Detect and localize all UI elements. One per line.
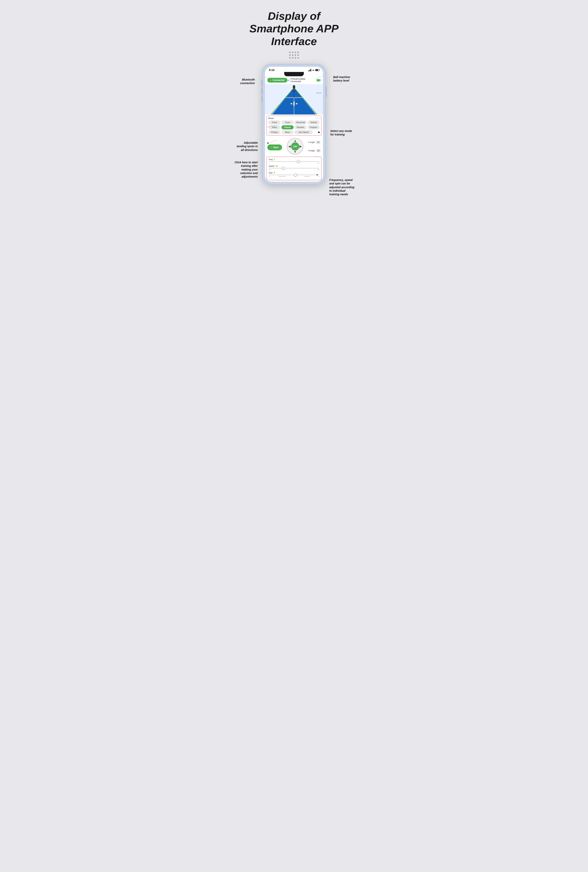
spin-slider-row: Spin 0 -6 Back spin 0	[269, 172, 319, 177]
mode-btn-varyspeed[interactable]: Vary Speed	[294, 130, 313, 134]
speed-slider-track[interactable]	[269, 168, 319, 169]
connected-bar: Connected ⊕ PT6230720006 Connected	[265, 76, 323, 84]
dir-center-button[interactable]: DIR	[291, 142, 299, 150]
app-content: Connected ⊕ PT6230720006 Connected	[265, 76, 323, 180]
connected-dot	[270, 80, 272, 81]
h-angle-label: H angle	[308, 150, 315, 152]
battery-status-icon	[315, 69, 319, 71]
dir-arrow-right[interactable]: ▶	[299, 145, 302, 148]
angle-controls: V angle 21 H angle 15	[308, 141, 321, 152]
signal-icon	[308, 69, 312, 71]
freq-label: Freq	[269, 158, 273, 161]
v-angle-value: 21	[316, 141, 321, 144]
mode-buttons-row3: Primary Moon Vary Speed	[268, 130, 320, 134]
page-title: Display of Smartphone APP Interface	[249, 10, 339, 48]
v-angle-row: V angle 21	[308, 141, 321, 144]
bt-info: ⊕ PT6230720006 Connected	[287, 78, 321, 83]
dir-section: Start ▲ ▼ ◀ ▶	[265, 137, 323, 156]
bluetooth-icon: ⊕	[287, 79, 290, 82]
annotation-mode: Select any mode for training	[330, 129, 361, 136]
phone-screen: 5:14 ▲	[265, 67, 323, 182]
mode-btn-volley[interactable]: Volley	[268, 125, 280, 129]
annotation-freq: Frequency, speed and spin can be adjuste…	[329, 178, 361, 196]
dir-arrow-up[interactable]: ▲	[293, 139, 297, 143]
spin-slider-thumb[interactable]	[294, 173, 297, 176]
mode-btn-cross[interactable]: Cross	[282, 120, 294, 125]
spin-labels: -6 Back spin 0 Top spin 6	[269, 176, 319, 177]
speed-value: 50	[276, 165, 278, 167]
dir-wheel-outer[interactable]: ▲ ▼ ◀ ▶ DIR	[287, 138, 303, 155]
mode-scroll-dot	[318, 132, 320, 133]
freq-header: Freq 7	[269, 158, 319, 161]
svg-rect-5	[294, 87, 294, 98]
freq-slider-row: Freq 7 1 10	[269, 158, 319, 164]
annotation-container: Bluetooth connection Adjustable landing …	[227, 65, 361, 184]
speed-header: Speed 50	[269, 165, 319, 167]
freq-value: 7	[274, 158, 275, 161]
decorative-dots	[289, 51, 299, 59]
speed-label: Speed	[269, 165, 274, 167]
spin-slider-track[interactable]	[269, 174, 319, 175]
mode-buttons-row2: Volley Smash Random Program	[268, 125, 320, 129]
mode-section: Mode Fixed Cross Horizontal Veritcal Vol…	[267, 116, 321, 136]
bt-device-label: PT6230720006 Connected	[291, 78, 315, 83]
speed-slider-thumb[interactable]	[282, 167, 285, 170]
spin-right-dot	[316, 174, 318, 176]
notch	[284, 72, 304, 76]
svg-point-10	[293, 85, 295, 86]
table-visual: Cross V1.0.6	[265, 84, 323, 114]
speed-slider-row: Speed 50 20 140	[269, 165, 319, 171]
speed-range-labels: 20 140	[269, 169, 319, 171]
svg-point-15	[293, 103, 295, 105]
page-wrapper: Display of Smartphone APP Interface Blue…	[227, 4, 361, 184]
mode-btn-random[interactable]: Random	[294, 125, 307, 129]
annotation-battery: Ball machine battery level	[333, 75, 361, 83]
wifi-icon: ▲	[312, 69, 314, 71]
freq-range-labels: 1 10	[269, 162, 319, 164]
freq-slider-track[interactable]	[269, 161, 319, 162]
mode-btn-primary[interactable]: Primary	[268, 130, 280, 134]
start-dot	[271, 147, 272, 148]
table-svg: Cross	[265, 84, 323, 114]
freq-slider-thumb[interactable]	[297, 160, 300, 163]
connected-button[interactable]: Connected	[267, 78, 287, 83]
mode-btn-smash[interactable]: Smash	[282, 125, 294, 129]
machine-battery-icon	[316, 79, 321, 81]
h-angle-value: 15	[316, 149, 321, 152]
mode-btn-fixed[interactable]: Fixed	[268, 120, 280, 125]
sliders-section: Freq 7 1 10	[267, 157, 321, 180]
phone-frame: 5:14 ▲	[262, 65, 326, 184]
start-button[interactable]: Start	[267, 144, 282, 150]
dir-wheel[interactable]: ▲ ▼ ◀ ▶ DIR	[287, 138, 303, 155]
v-angle-label: V angle	[308, 141, 315, 143]
mode-btn-horizontal[interactable]: Horizontal	[294, 120, 307, 125]
dir-left-dot	[267, 143, 268, 144]
mode-btn-program[interactable]: Program	[308, 125, 320, 129]
status-bar: 5:14 ▲	[265, 67, 323, 72]
mode-label: Mode	[268, 117, 320, 119]
mode-buttons-row1: Fixed Cross Horizontal Veritcal	[268, 120, 320, 125]
annotation-start: Click here to start training after makin…	[227, 161, 258, 179]
annotation-landing: Adjustable landing spots in all directio…	[227, 141, 258, 152]
dir-arrow-left[interactable]: ◀	[288, 145, 291, 148]
spin-label: Spin	[269, 172, 273, 174]
version-label: V1.0.6	[316, 92, 321, 94]
dir-arrow-down[interactable]: ▼	[293, 150, 297, 154]
mode-btn-vertical[interactable]: Veritcal	[308, 120, 320, 125]
status-time: 5:14	[269, 68, 274, 72]
h-angle-row: H angle 15	[308, 149, 321, 152]
mode-btn-moon[interactable]: Moon	[282, 130, 294, 134]
annotation-bluetooth: Bluetooth connection	[227, 78, 255, 85]
dir-left-controls: Start	[267, 143, 282, 150]
svg-text:Cross: Cross	[291, 90, 297, 92]
spin-header: Spin 0	[269, 172, 319, 174]
spin-value: 0	[274, 172, 275, 174]
